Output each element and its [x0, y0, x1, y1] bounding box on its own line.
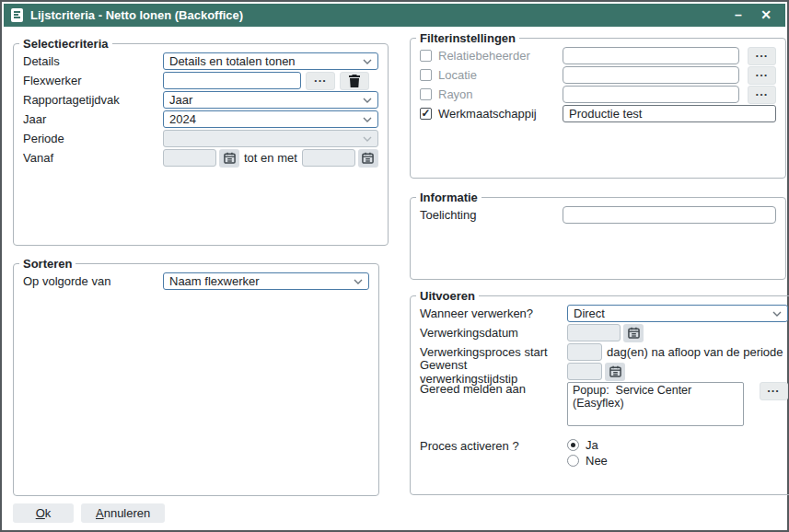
flexwerker-input[interactable] [163, 72, 301, 89]
wanneer-verwerken-row: Wanneer verwerken? Direct [420, 305, 788, 322]
calendar-icon [362, 152, 374, 164]
werkmaatschappij-checkbox[interactable]: ✓ [420, 108, 432, 120]
vanaf-from-calendar-button[interactable] [219, 149, 239, 168]
proces-activeren-label: Proces activeren ? [420, 439, 519, 453]
chevron-down-icon [772, 311, 782, 318]
gereed-melden-aan-browse-button[interactable]: ... [760, 382, 788, 400]
op-volgorde-van-select[interactable]: Naam flexwerker [163, 272, 369, 290]
verwerkingsdatum-input [567, 324, 621, 341]
gewenst-verwerkingstijdstip-calendar-button[interactable] [605, 363, 625, 381]
vanaf-from-input [163, 149, 216, 167]
footer-buttons: Ok Annuleren [13, 503, 165, 523]
relatiebeheerder-browse-button[interactable]: ... [748, 47, 776, 65]
rayon-checkbox[interactable]: ✓ [420, 88, 432, 100]
verwerkingsproces-start-suffix-label: dag(en) na afloop van de periode [607, 345, 783, 359]
rapportagetijdvak-select[interactable]: Jaar [163, 91, 378, 109]
relatiebeheerder-input [563, 47, 739, 64]
group-title: Filterinstellingen [416, 31, 519, 45]
titlebar: Lijstcriteria - Netto lonen (Backoffice)… [4, 4, 785, 27]
chevron-down-icon [363, 98, 372, 104]
verwerkingsdatum-calendar-button[interactable] [623, 324, 644, 342]
flexwerker-browse-button[interactable]: ... [306, 72, 335, 90]
rayon-input [563, 86, 739, 103]
close-button[interactable]: ✕ [756, 4, 776, 27]
ellipsis-icon: ... [314, 71, 327, 85]
flexwerker-clear-button[interactable] [340, 72, 369, 90]
vanaf-to-calendar-button[interactable] [358, 149, 378, 168]
proces-activeren-nee-radio[interactable] [567, 455, 579, 467]
ellipsis-icon: ... [756, 46, 769, 60]
gereed-melden-aan-label: Gereed melden aan [420, 382, 567, 396]
ellipsis-icon: ... [767, 381, 780, 395]
proces-activeren-ja-label: Ja [586, 438, 598, 452]
ellipsis-icon: ... [756, 85, 769, 98]
chevron-down-icon [363, 59, 372, 65]
details-select[interactable]: Details en totalen tonen [163, 52, 378, 70]
toelichting-label: Toelichting [420, 208, 563, 222]
vanaf-row: Vanaf tot en met [23, 149, 378, 167]
group-uitvoeren: Uitvoeren Wanneer verwerken? Direct Verw… [410, 289, 789, 495]
locatie-checkbox[interactable]: ✓ [420, 69, 432, 81]
locatie-browse-button[interactable]: ... [748, 66, 776, 85]
flexwerker-label: Flexwerker [23, 74, 163, 87]
toelichting-input[interactable] [563, 206, 776, 224]
locatie-input [563, 66, 739, 84]
ok-button[interactable]: Ok [13, 503, 74, 523]
verwerkingsdatum-row: Verwerkingsdatum [420, 324, 788, 341]
trash-icon [349, 75, 360, 87]
gewenst-verwerkingstijdstip-input [567, 363, 602, 380]
toelichting-row: Toelichting [420, 206, 776, 224]
relatiebeheerder-label: Relatiebeheerder [438, 49, 563, 63]
flexwerker-row: Flexwerker ... [23, 72, 378, 89]
details-label: Details [23, 54, 163, 68]
werkmaatschappij-row: ✓ Werkmaatschappij [420, 105, 776, 122]
proces-activeren-ja-radio[interactable] [567, 439, 579, 451]
details-row: Details Details en totalen tonen [23, 52, 378, 70]
group-title: Informatie [416, 191, 482, 204]
rayon-row: ✓ Rayon ... [420, 86, 776, 103]
proces-activeren-ja-row: Proces activeren ? Ja [420, 437, 788, 453]
jaar-value: 2024 [169, 112, 196, 126]
group-informatie: Informatie Toelichting [410, 191, 786, 280]
cancel-button[interactable]: Annuleren [81, 503, 165, 523]
jaar-row: Jaar 2024 [23, 110, 378, 128]
rayon-browse-button[interactable]: ... [748, 86, 776, 104]
locatie-row: ✓ Locatie ... [420, 66, 776, 84]
group-title: Uitvoeren [416, 289, 479, 303]
periode-select [163, 130, 378, 147]
relatiebeheerder-row: ✓ Relatiebeheerder ... [420, 47, 776, 64]
gewenst-verwerkingstijdstip-label: Gewenst verwerkingstijdstip [420, 358, 567, 386]
periode-row: Periode [23, 130, 378, 147]
op-volgorde-van-label: Op volgorde van [23, 274, 163, 288]
vanaf-label: Vanaf [23, 151, 163, 165]
locatie-label: Locatie [438, 68, 563, 82]
calendar-icon [609, 365, 621, 377]
minimize-button[interactable]: – [728, 4, 748, 27]
verwerkingsdatum-label: Verwerkingsdatum [420, 326, 567, 340]
gereed-melden-aan-listbox[interactable]: Popup: Service Center (Easyflex) [567, 382, 744, 426]
vanaf-to-input [302, 149, 355, 167]
group-filterinstellingen: Filterinstellingen ✓ Relatiebeheerder ..… [410, 31, 786, 179]
ellipsis-icon: ... [756, 65, 769, 79]
proces-activeren-nee-label: Nee [586, 454, 608, 468]
werkmaatschappij-input[interactable] [563, 105, 776, 122]
op-volgorde-van-value: Naam flexwerker [169, 274, 260, 288]
rapportagetijdvak-label: Rapportagetijdvak [23, 93, 163, 107]
chevron-down-icon [363, 136, 372, 143]
calendar-icon [628, 327, 640, 339]
window-title: Lijstcriteria - Netto lonen (Backoffice) [30, 8, 721, 22]
rayon-label: Rayon [438, 87, 563, 101]
jaar-select[interactable]: 2024 [163, 110, 378, 128]
document-icon [11, 8, 23, 22]
calendar-icon [224, 152, 236, 164]
dialog-window: Lijstcriteria - Netto lonen (Backoffice)… [0, 0, 789, 532]
group-title: Selectiecriteria [19, 37, 112, 51]
wanneer-verwerken-select[interactable]: Direct [567, 305, 788, 322]
relatiebeheerder-checkbox[interactable]: ✓ [420, 50, 432, 62]
check-icon: ✓ [421, 108, 430, 119]
werkmaatschappij-label: Werkmaatschappij [438, 107, 563, 121]
group-selectiecriteria: Selectiecriteria Details Details en tota… [13, 37, 389, 246]
verwerkingsproces-start-input [567, 343, 602, 361]
rapportagetijdvak-value: Jaar [169, 93, 192, 107]
proces-activeren-nee-row: Nee [420, 453, 788, 468]
